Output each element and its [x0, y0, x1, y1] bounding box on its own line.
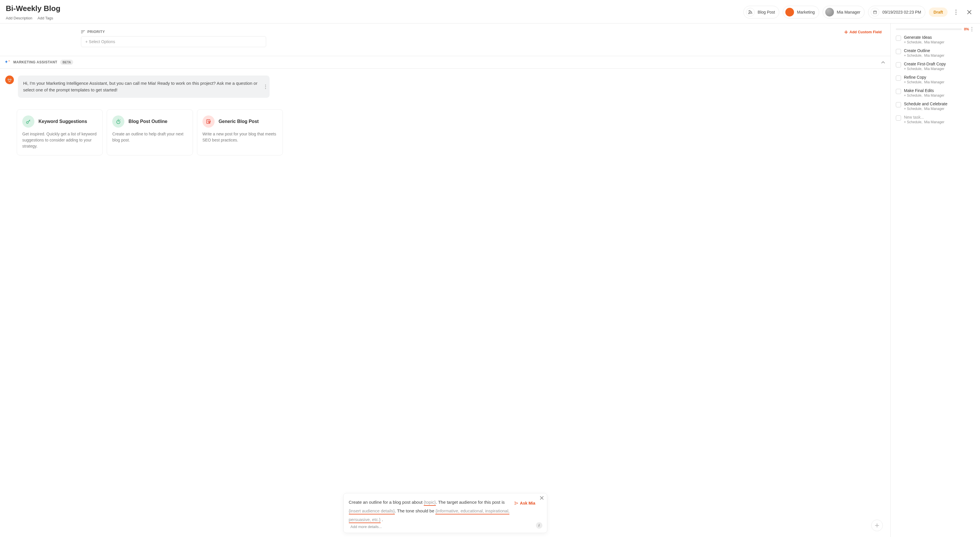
task-title: Create Outline — [904, 48, 944, 53]
header-right: Blog Post Marketing Mia Manager 09/19/20… — [743, 6, 974, 19]
assistant-message-bubble: Hi, I'm your Marketing Intelligence Assi… — [18, 75, 270, 98]
task-item[interactable]: Generate Ideas + Schedule,Mia Manager — [896, 35, 977, 44]
new-task-item[interactable]: New task... + Schedule,Mia Manager — [896, 115, 977, 124]
content-type-pill[interactable]: Blog Post — [743, 6, 779, 19]
task-checkbox[interactable] — [896, 49, 901, 54]
assistant-message-row: Hi, I'm your Marketing Intelligence Assi… — [5, 75, 885, 98]
panel-menu-button[interactable] — [971, 27, 977, 32]
task-checkbox[interactable] — [896, 102, 901, 107]
priority-select[interactable]: + Select Options — [81, 36, 266, 47]
owner-label: Mia Manager — [837, 10, 861, 14]
add-tags-link[interactable]: Add Tags — [38, 16, 53, 20]
task-checkbox[interactable] — [896, 89, 901, 94]
svg-point-5 — [9, 61, 10, 61]
owner-pill[interactable]: Mia Manager — [822, 6, 865, 19]
ask-mia-button[interactable]: Ask Mia — [514, 501, 535, 505]
add-custom-field-button[interactable]: Add Custom Field — [844, 30, 881, 34]
priority-field: PRIORITY + Select Options — [81, 30, 266, 47]
date-pill[interactable]: 09/19/2023 02:23 PM — [868, 6, 925, 19]
composer-text[interactable]: Create an outline for a blog post about … — [349, 498, 542, 524]
task-owner[interactable]: Mia Manager — [924, 54, 944, 57]
task-item[interactable]: Schedule and Celebrate + Schedule,Mia Ma… — [896, 102, 977, 111]
task-schedule-link[interactable]: + Schedule, — [904, 40, 923, 44]
svg-point-18 — [972, 29, 972, 30]
content-type-label: Blog Post — [757, 10, 775, 14]
prompt-cards: Keyword Suggestions Get inspired. Quickl… — [17, 109, 283, 155]
svg-point-10 — [10, 79, 11, 80]
task-schedule-link[interactable]: + Schedule, — [904, 107, 923, 111]
task-owner[interactable]: Mia Manager — [924, 94, 944, 97]
composer-text-2: . The target audience for this post is — [436, 500, 505, 505]
card-title: Blog Post Outline — [129, 119, 167, 124]
task-owner[interactable]: Mia Manager — [924, 120, 944, 124]
task-checkbox[interactable] — [896, 62, 901, 67]
assistant-title: MARKETING ASSISTANT — [13, 60, 57, 64]
task-checkbox[interactable] — [896, 36, 901, 41]
prompt-card-blog-outline[interactable]: Blog Post Outline Create an outline to h… — [107, 109, 192, 155]
prompt-card-keyword-suggestions[interactable]: Keyword Suggestions Get inspired. Quickl… — [17, 109, 103, 155]
add-fab-button[interactable] — [871, 519, 883, 531]
avatar-icon — [825, 8, 834, 16]
composer-text-1: Create an outline for a blog post about — [349, 500, 424, 505]
svg-point-12 — [265, 86, 266, 87]
main-area: Add Custom Field PRIORITY + Select Optio… — [0, 24, 890, 537]
page-title[interactable]: Bi-Weekly Blog — [6, 4, 60, 13]
vertical-dots-icon — [955, 10, 956, 15]
task-title: Create First-Draft Copy — [904, 62, 946, 66]
plus-icon — [844, 30, 848, 34]
card-description: Write a new post for your blog that meet… — [202, 131, 277, 143]
task-schedule-link[interactable]: + Schedule, — [904, 80, 923, 84]
task-owner[interactable]: Mia Manager — [924, 107, 944, 111]
team-color-icon — [785, 8, 794, 16]
prompt-card-generic-blog-post[interactable]: Generic Blog Post Write a new post for y… — [197, 109, 283, 155]
assistant-greeting-text: Hi, I'm your Marketing Intelligence Assi… — [23, 81, 258, 92]
task-title: Make Final Edits — [904, 88, 944, 93]
progress-row: 0% — [896, 27, 977, 32]
ask-mia-label: Ask Mia — [520, 501, 535, 505]
message-menu-button[interactable] — [265, 84, 266, 89]
task-schedule-link[interactable]: + Schedule, — [904, 67, 923, 71]
task-checkbox[interactable] — [896, 75, 901, 81]
close-button[interactable] — [964, 7, 974, 17]
task-item[interactable]: Create Outline + Schedule,Mia Manager — [896, 48, 977, 57]
token-topic[interactable]: {topic} — [424, 500, 436, 506]
task-owner[interactable]: Mia Manager — [924, 80, 944, 84]
close-icon — [540, 496, 544, 500]
task-schedule-link[interactable]: + Schedule, — [904, 120, 923, 124]
stopwatch-icon — [112, 115, 124, 127]
task-owner[interactable]: Mia Manager — [924, 40, 944, 44]
collapse-button[interactable] — [881, 61, 885, 64]
task-schedule-link[interactable]: + Schedule, — [904, 54, 923, 57]
write-icon — [202, 115, 215, 127]
task-item[interactable]: Create First-Draft Copy + Schedule,Mia M… — [896, 62, 977, 71]
sparkle-icon — [5, 60, 10, 65]
composer-close-button[interactable] — [540, 496, 544, 500]
info-icon: i — [539, 523, 539, 527]
svg-point-11 — [265, 84, 266, 85]
add-description-link[interactable]: Add Description — [6, 16, 32, 20]
vertical-dots-icon — [265, 84, 266, 89]
status-badge[interactable]: Draft — [929, 8, 948, 17]
task-item[interactable]: Make Final Edits + Schedule,Mia Manager — [896, 88, 977, 97]
card-description: Get inspired. Quickly get a list of keyw… — [22, 131, 97, 149]
task-title: Refine Copy — [904, 75, 944, 80]
task-owner[interactable]: Mia Manager — [924, 67, 944, 71]
robot-face-icon — [6, 76, 13, 83]
more-menu-button[interactable] — [951, 7, 961, 17]
info-button[interactable]: i — [536, 522, 542, 529]
token-audience[interactable]: {insert audience details} — [349, 508, 395, 515]
key-icon — [22, 115, 34, 127]
prompt-composer[interactable]: Ask Mia Create an outline for a blog pos… — [344, 493, 547, 533]
task-checkbox[interactable] — [896, 115, 901, 121]
task-item[interactable]: Refine Copy + Schedule,Mia Manager — [896, 75, 977, 84]
task-schedule-link[interactable]: + Schedule, — [904, 94, 923, 97]
svg-point-0 — [749, 13, 749, 14]
new-task-placeholder[interactable]: New task... — [904, 115, 944, 120]
assistant-body: Hi, I'm your Marketing Intelligence Assi… — [0, 69, 890, 489]
svg-rect-1 — [873, 11, 877, 14]
rss-icon — [746, 8, 755, 16]
send-icon — [514, 501, 519, 505]
add-more-details-link[interactable]: Add more details... — [349, 524, 382, 529]
team-pill[interactable]: Marketing — [783, 6, 819, 19]
svg-point-19 — [972, 31, 972, 32]
